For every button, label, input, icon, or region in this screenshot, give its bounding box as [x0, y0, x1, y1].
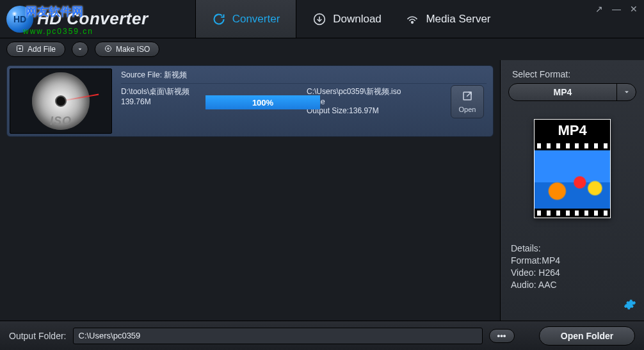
overlay-cn-text: 网友软件网 [26, 4, 83, 19]
plus-icon [16, 45, 24, 54]
svg-point-4 [108, 47, 109, 49]
details-video: Video: H264 [511, 267, 636, 279]
filmstrip-icon [535, 209, 610, 218]
svg-point-3 [106, 45, 111, 51]
filmstrip-icon [535, 141, 610, 150]
tab-label: Media Server [426, 13, 490, 26]
input-path: D:\tools\桌面\新视频 [121, 86, 204, 97]
chevron-down-icon [616, 84, 636, 100]
make-iso-button[interactable]: Make ISO [95, 42, 159, 57]
tab-media-server[interactable]: Media Server [398, 0, 499, 38]
format-card-label: MP4 [535, 120, 610, 141]
popout-icon[interactable]: ↗ [595, 4, 603, 14]
progress-fill: 100% [205, 95, 320, 109]
minimize-icon[interactable]: — [612, 4, 621, 14]
open-label: Open [459, 106, 476, 113]
job-thumbnail: ISO [10, 68, 112, 134]
svg-point-1 [412, 21, 414, 23]
app-logo: HD 网友软件网 HD Converter www.pc0359.cn [0, 0, 195, 38]
refresh-icon [212, 12, 226, 26]
tab-download[interactable]: Download [296, 0, 398, 38]
open-external-icon [462, 90, 473, 104]
open-folder-button[interactable]: Open Folder [539, 326, 635, 346]
header: HD 网友软件网 HD Converter www.pc0359.cn Conv… [0, 0, 644, 38]
details-format: Format:MP4 [511, 255, 636, 267]
output-size: 136.97M [349, 106, 379, 115]
format-details: Details: Format:MP4 Video: H264 Audio: A… [508, 243, 636, 291]
add-file-dropdown[interactable] [72, 42, 88, 57]
job-card[interactable]: ISO Source File: 新视频 D:\tools\桌面\新视频 139… [6, 65, 494, 137]
add-file-label: Add File [28, 45, 56, 54]
progress-bar: 100% [205, 95, 320, 109]
download-icon [312, 12, 326, 26]
select-format-label: Select Format: [512, 69, 636, 79]
ellipsis-icon: ••• [497, 331, 506, 340]
job-info: Source File: 新视频 D:\tools\桌面\新视频 139.76M… [115, 66, 493, 136]
format-preview-card: MP4 [534, 119, 611, 218]
job-list: ISO Source File: 新视频 D:\tools\桌面\新视频 139… [0, 60, 500, 321]
open-output-button[interactable]: Open [451, 85, 484, 118]
toolbar: Add File Make ISO [0, 38, 644, 60]
format-selected: MP4 [509, 87, 616, 97]
overlay-url-text: www.pc0359.cn [23, 27, 93, 36]
close-icon[interactable]: ✕ [630, 4, 638, 14]
input-size: 139.76M [121, 97, 204, 106]
disc-icon [104, 45, 112, 54]
add-file-button[interactable]: Add File [6, 42, 65, 57]
progress-text: 100% [252, 98, 273, 107]
format-panel: Select Format: MP4 MP4 Details: Format:M… [500, 60, 644, 321]
settings-button[interactable] [624, 298, 636, 314]
main-tabs: Converter Download Media Server [195, 0, 593, 38]
source-file-prefix: Source File: [121, 70, 162, 79]
open-folder-label: Open Folder [561, 331, 613, 341]
details-heading: Details: [511, 243, 636, 255]
main-area: ISO Source File: 新视频 D:\tools\桌面\新视频 139… [0, 60, 644, 321]
tab-label: Converter [232, 13, 280, 26]
format-card-image [535, 150, 610, 209]
chevron-down-icon [77, 46, 83, 52]
wifi-icon [405, 12, 419, 26]
tab-label: Download [333, 13, 382, 26]
format-dropdown[interactable]: MP4 [508, 83, 636, 101]
make-iso-label: Make ISO [116, 45, 150, 54]
browse-button[interactable]: ••• [489, 329, 515, 343]
gear-icon [624, 298, 636, 311]
output-folder-label: Output Folder: [9, 331, 67, 341]
tab-converter[interactable]: Converter [195, 0, 296, 38]
details-audio: Audio: AAC [511, 279, 636, 291]
window-controls: ↗ — ✕ [593, 0, 644, 38]
source-file-name: 新视频 [164, 70, 187, 79]
thumb-iso-label: ISO [10, 115, 111, 128]
output-folder-input[interactable] [73, 328, 483, 344]
footer: Output Folder: ••• Open Folder [0, 321, 644, 350]
